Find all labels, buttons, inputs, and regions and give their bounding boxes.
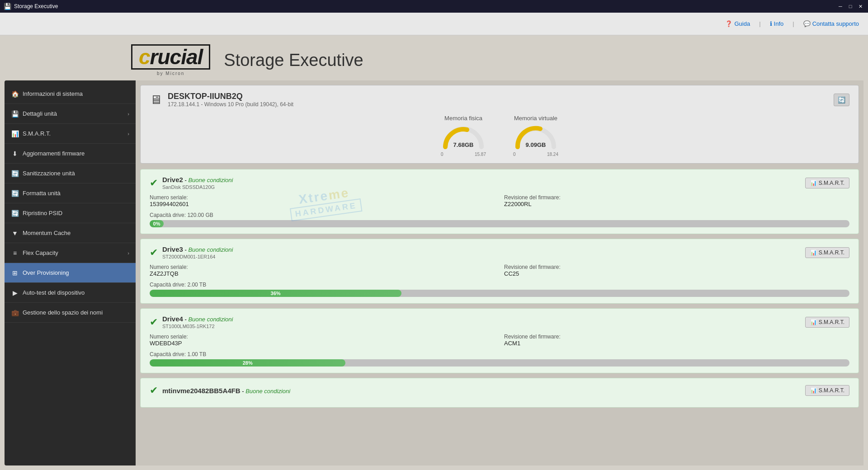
drive2-bar-fill: 0% (150, 220, 164, 227)
memory-virtual-min: 0 (513, 152, 516, 157)
drive2-model: SanDisk SDSSDA120G (162, 184, 233, 190)
sidebar-item-smart[interactable]: 📊 S.M.A.R.T. › (5, 124, 136, 144)
drive2-capacity-label: Capacità drive: 120.00 GB (150, 212, 849, 218)
sanitize-icon: 🔄 (11, 170, 19, 177)
drive5-header-left: ✔ mtinvme20482BB5A4FB - Buone condizioni (150, 385, 290, 396)
sidebar-item-over-provisioning[interactable]: ⊞ Over Provisioning (5, 263, 136, 283)
main-panel: Xtreme HARDWARE 🖥 DESKTOP-IIUNB2Q 172.18… (136, 80, 863, 465)
memory-virtual-container: 9.09GB (513, 124, 558, 149)
system-header-left: 🖥 DESKTOP-IIUNB2Q 172.18.144.1 - Windows… (150, 92, 293, 108)
over-prov-icon: ⊞ (11, 269, 19, 277)
drive2-details: Numero seriale: 153994402601 Revisione d… (150, 194, 849, 207)
sidebar: 🏠 Informazioni di sistema 💾 Dettagli uni… (5, 80, 136, 465)
sidebar-item-system-info[interactable]: 🏠 Informazioni di sistema (5, 84, 136, 104)
drive5-name: mtinvme20482BB5A4FB (162, 387, 241, 395)
minimize-button[interactable]: ─ (836, 2, 844, 10)
drive2-check-icon: ✔ (150, 177, 158, 189)
help-icon: ❓ (725, 20, 732, 27)
sidebar-label-momentum: Momentum Cache (23, 230, 71, 236)
drive3-capacity-label: Capacità drive: 2.00 TB (150, 282, 849, 288)
download-icon: ⬇ (11, 150, 19, 157)
drive3-smart-button[interactable]: 📊 S.M.A.R.T. (805, 247, 849, 258)
sidebar-label-firmware: Aggiornamenti firmware (23, 150, 85, 157)
drive5-check-icon: ✔ (150, 385, 158, 396)
drive5-smart-button[interactable]: 📊 S.M.A.R.T. (805, 385, 849, 396)
drive4-smart-button[interactable]: 📊 S.M.A.R.T. (805, 317, 849, 328)
smart-bar-icon-5: 📊 (810, 387, 817, 394)
sidebar-label-sanitize: Sanitizzazione unità (23, 170, 75, 177)
sidebar-label-psid: Ripristino PSID (23, 210, 62, 216)
info-link[interactable]: ℹ Info (770, 20, 784, 27)
drive2-smart-button[interactable]: 📊 S.M.A.R.T. (805, 178, 849, 188)
drive3-model: ST2000DM001-1ER164 (162, 254, 233, 259)
sidebar-label-format: Formatta unità (23, 190, 61, 197)
drive3-pct-label: 36% (271, 291, 281, 296)
drive3-capacity-bar: Capacità drive: 2.00 TB 36% (150, 282, 849, 297)
drive3-serial: Z4Z2JTQB (150, 270, 495, 277)
format-icon: 🔄 (11, 190, 19, 197)
nav-sep-1: | (759, 20, 760, 27)
drive4-condition: Buone condizioni (188, 316, 233, 323)
drive4-details: Numero seriale: WDEBD43P Revisione del f… (150, 334, 849, 347)
drive2-firmware-label: Revisione del firmware: (504, 194, 849, 201)
drive4-firmware: ACM1 (504, 340, 849, 347)
close-button[interactable]: ✕ (856, 2, 864, 10)
drive-card-drive2: ✔ Drive2 - Buone condizioni SanDisk SDSS… (140, 169, 859, 234)
drive4-name: Drive4 (162, 315, 183, 323)
sidebar-item-psid[interactable]: 🔄 Ripristino PSID (5, 203, 136, 223)
drive4-header: ✔ Drive4 - Buone condizioni ST1000LM035-… (150, 315, 849, 329)
smart-bar-icon-3: 📊 (810, 249, 817, 256)
drive2-condition: Buone condizioni (188, 177, 233, 183)
titlebar-left: 💾 Storage Executive (4, 3, 58, 10)
maximize-button[interactable]: □ (846, 2, 854, 10)
drive4-bar-fill: 28% (150, 359, 345, 367)
drive4-check-icon: ✔ (150, 316, 158, 328)
smart-bar-icon: 📊 (810, 180, 817, 186)
drive4-bar-track: 28% (150, 359, 849, 367)
drive3-firmware: CC25 (504, 270, 849, 277)
namespace-icon: 💼 (11, 309, 19, 316)
app-title: Storage Executive (224, 51, 363, 70)
sidebar-item-self-test[interactable]: ▶ Auto-test del dispositivo (5, 283, 136, 303)
sidebar-item-flex-capacity[interactable]: ≡ Flex Capacity › (5, 243, 136, 263)
memory-virtual-max: 18.24 (547, 152, 558, 157)
drive-card-drive5: ✔ mtinvme20482BB5A4FB - Buone condizioni… (140, 378, 859, 408)
smart-bar-icon-4: 📊 (810, 319, 817, 325)
content-area: 🏠 Informazioni di sistema 💾 Dettagli uni… (0, 80, 868, 470)
refresh-button[interactable]: 🔄 (834, 94, 849, 106)
drive2-header: ✔ Drive2 - Buone condizioni SanDisk SDSS… (150, 176, 849, 190)
sidebar-item-momentum[interactable]: ▼ Momentum Cache (5, 223, 136, 243)
drive3-check-icon: ✔ (150, 247, 158, 258)
titlebar-controls: ─ □ ✕ (836, 2, 864, 10)
sidebar-item-firmware[interactable]: ⬇ Aggiornamenti firmware (5, 144, 136, 164)
topnav: ❓ Guida | ℹ Info | 💬 Contatta supporto (0, 13, 868, 35)
header-area: crucial by Micron Storage Executive (0, 35, 868, 80)
memory-physical-min: 0 (441, 152, 443, 157)
drive3-name: Drive3 (162, 245, 183, 253)
memory-virtual-label: Memoria virtuale (514, 115, 557, 122)
support-link[interactable]: 💬 Contatta supporto (803, 20, 859, 27)
drive2-pct-label: 0% (153, 221, 160, 226)
memory-physical-label: Memoria fisica (444, 115, 482, 122)
drive3-condition: Buone condizioni (188, 246, 233, 253)
drive3-header: ✔ Drive3 - Buone condizioni ST2000DM001-… (150, 245, 849, 259)
sidebar-item-sanitize[interactable]: 🔄 Sanitizzazione unità (5, 164, 136, 183)
titlebar-title: Storage Executive (14, 3, 58, 9)
memory-physical-range: 0 15.87 (441, 152, 486, 157)
chevron-right-icon: › (127, 111, 129, 117)
drive2-firmware: Z22000RL (504, 201, 849, 207)
drive4-capacity-bar: Capacità drive: 1.00 TB 28% (150, 351, 849, 367)
logo-crucial: crucial (131, 44, 210, 70)
drive2-serial: 153994402601 (150, 201, 495, 207)
memory-physical-gauge: Memoria fisica 7.68GB 0 (441, 115, 486, 157)
drive5-dash: - (242, 388, 245, 395)
drive2-serial-label: Numero seriale: (150, 194, 495, 201)
sidebar-item-namespace[interactable]: 💼 Gestione dello spazio dei nomi (5, 303, 136, 323)
titlebar: 💾 Storage Executive ─ □ ✕ (0, 0, 868, 13)
help-link[interactable]: ❓ Guida (725, 20, 750, 27)
chevron-right-icon-2: › (127, 131, 129, 136)
sidebar-item-drive-details[interactable]: 💾 Dettagli unità › (5, 104, 136, 124)
sidebar-label-smart: S.M.A.R.T. (23, 130, 51, 137)
sidebar-item-format[interactable]: 🔄 Formatta unità (5, 183, 136, 203)
drive3-bar-fill: 36% (150, 290, 401, 297)
